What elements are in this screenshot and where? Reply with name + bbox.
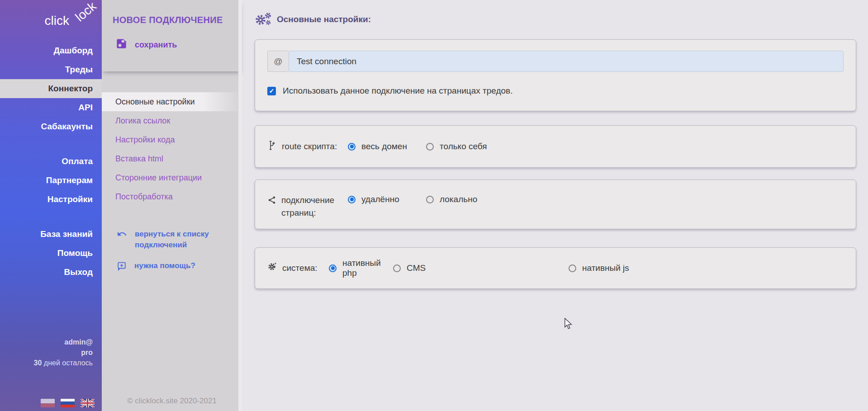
pages-connection-label: подключение страниц: <box>281 194 348 219</box>
help-bubble-plus-icon <box>117 261 127 274</box>
radio-remote[interactable]: удалённо <box>348 194 426 204</box>
sidebar-item-threads[interactable]: Треды <box>0 60 102 79</box>
radio-local-label: локально <box>440 194 477 204</box>
sidebar-item-knowledge-base[interactable]: База знаний <box>0 225 102 244</box>
user-plan: pro <box>0 347 93 358</box>
system-label: система: <box>282 262 318 274</box>
route-fork-icon <box>267 140 277 154</box>
system-label-group: система: <box>267 261 329 275</box>
route-script-card: route скрипта: весь домен только себя <box>255 125 856 168</box>
section-title: Основные настройки: <box>277 14 371 24</box>
pages-connection-label-group: подключение страниц: <box>267 194 348 219</box>
radio-whole-domain[interactable]: весь домен <box>348 142 426 151</box>
sidebar-item-api[interactable]: API <box>0 98 102 117</box>
use-on-threads-label: Использовать данное подключение на стран… <box>283 86 512 96</box>
clicklock-logo[interactable]: click lock <box>0 0 102 41</box>
gears-icon <box>255 12 271 27</box>
uk-flag-icon[interactable] <box>81 399 95 407</box>
radio-native-js[interactable]: нативный js <box>569 263 629 273</box>
help-link-label: нужна помощь? <box>134 260 195 271</box>
sidebar-item-subaccounts[interactable]: Сабакаунты <box>0 117 102 136</box>
radio-only-self-label: только себя <box>440 142 487 151</box>
section-header: Основные настройки: <box>255 12 856 27</box>
logo-text-click: click <box>45 14 69 28</box>
connection-name-card: @ ✓ Использовать данное подключение на с… <box>255 39 856 111</box>
save-button-label: сохранить <box>135 40 177 50</box>
radio-whole-domain-label: весь домен <box>361 142 407 151</box>
user-days-left: 30 дней осталось <box>0 358 93 368</box>
radio-remote-label: удалённо <box>361 194 399 204</box>
panel-header: НОВОЕ ПОДКЛЮЧЕНИЕ сохранить <box>102 0 242 71</box>
route-script-label: route скрипта: <box>282 140 337 153</box>
share-icon <box>267 195 276 208</box>
sidebar-item-partners[interactable]: Партнерам <box>0 171 102 190</box>
poland-flag-icon[interactable] <box>41 399 55 407</box>
radio-native-js-label: нативный js <box>582 263 629 273</box>
save-button[interactable]: сохранить <box>115 38 242 52</box>
back-to-connections-link[interactable]: вернуться к списку подключений <box>102 229 242 250</box>
russia-flag-icon[interactable] <box>61 399 75 407</box>
radio-native-php-label: нативный php <box>342 258 393 278</box>
user-email: admin@ <box>0 337 93 347</box>
logo-text-lock: lock <box>73 0 100 24</box>
panel-title: НОВОЕ ПОДКЛЮЧЕНИЕ <box>102 0 242 25</box>
route-script-label-group: route скрипта: <box>267 139 348 154</box>
radio-cms[interactable]: CMS <box>393 263 569 273</box>
menu-item-link-logic[interactable]: Логика ссылок <box>102 111 242 130</box>
at-prefix: @ <box>267 51 289 72</box>
radio-cms-label: CMS <box>407 263 426 273</box>
menu-item-code-settings[interactable]: Настройки кода <box>102 130 242 149</box>
menu-item-third-party[interactable]: Сторонние интеграции <box>102 168 242 187</box>
sidebar-item-settings[interactable]: Настройки <box>0 190 102 209</box>
panel-links: вернуться к списку подключений нужна пом… <box>102 229 242 274</box>
panel-menu: Основные настройки Логика ссылок Настрой… <box>102 92 242 206</box>
user-info: admin@ pro 30 дней осталось <box>0 337 102 368</box>
gear-suggest-icon <box>267 261 277 275</box>
app-window: click lock Дашборд Треды Коннектор API С… <box>0 0 868 411</box>
system-card: система: нативный php CMS нативный js <box>255 247 856 289</box>
radio-off-icon <box>569 265 576 272</box>
menu-item-basic-settings[interactable]: Основные настройки <box>102 92 242 111</box>
radio-off-icon <box>426 196 434 203</box>
radio-off-icon <box>426 143 434 151</box>
sidebar: click lock Дашборд Треды Коннектор API С… <box>0 0 102 411</box>
menu-item-html-insert[interactable]: Вставка html <box>102 149 242 168</box>
radio-on-icon <box>348 143 356 151</box>
back-link-label: вернуться к списку подключений <box>135 229 209 250</box>
main-content: Основные настройки: @ ✓ Использовать дан… <box>242 0 868 411</box>
use-on-threads-row: ✓ Использовать данное подключение на стр… <box>267 86 844 96</box>
undo-arrow-icon <box>117 230 127 241</box>
radio-off-icon <box>393 265 401 272</box>
sidebar-item-connector[interactable]: Коннектор <box>0 79 102 98</box>
radio-native-php[interactable]: нативный php <box>329 258 393 278</box>
radio-on-icon <box>348 196 356 203</box>
sidebar-item-help[interactable]: Помощь <box>0 244 102 263</box>
save-icon <box>115 38 128 52</box>
sidebar-nav: Дашборд Треды Коннектор API Сабакаунты О… <box>0 41 102 282</box>
need-help-link[interactable]: нужна помощь? <box>102 260 242 274</box>
connection-panel: НОВОЕ ПОДКЛЮЧЕНИЕ сохранить Основные нас… <box>102 0 242 411</box>
sidebar-item-dashboard[interactable]: Дашборд <box>0 41 102 60</box>
language-switcher <box>41 399 95 407</box>
pages-connection-card: подключение страниц: удалённо локально <box>255 180 856 229</box>
connection-name-input[interactable] <box>289 51 844 72</box>
menu-item-postprocessing[interactable]: Постобработка <box>102 187 242 206</box>
sidebar-item-logout[interactable]: Выход <box>0 263 102 282</box>
radio-local[interactable]: локально <box>426 194 477 204</box>
radio-only-self[interactable]: только себя <box>426 142 487 151</box>
copyright-footer: © clicklock.site 2020-2021 <box>102 397 242 406</box>
sidebar-item-payment[interactable]: Оплата <box>0 152 102 171</box>
radio-on-icon <box>329 265 337 272</box>
connection-name-group: @ <box>267 51 844 72</box>
use-on-threads-checkbox[interactable]: ✓ <box>267 87 276 95</box>
